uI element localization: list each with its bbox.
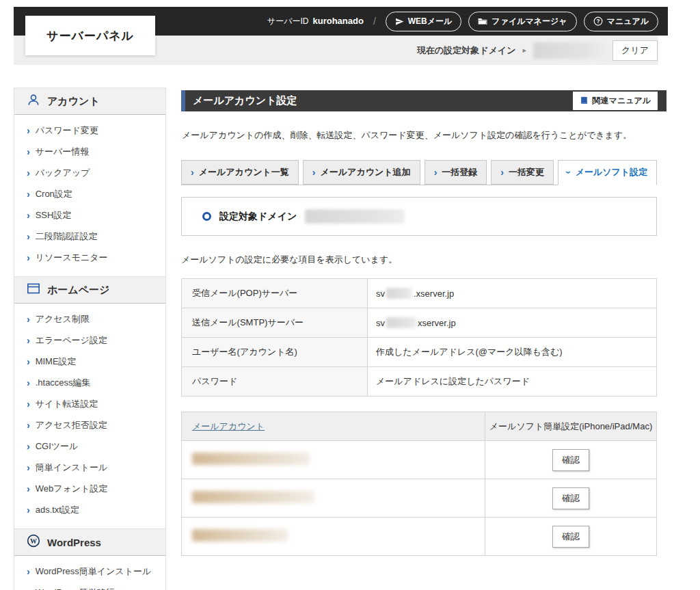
- related-manual-label: 関連マニュアル: [593, 95, 651, 107]
- tab-bar: ›メールアカウント一覧 ›メールアカウント追加 ›一括登録 ›一括変更 ›メール…: [181, 160, 657, 185]
- redacted-target-domain: [305, 209, 405, 224]
- question-icon: ?: [593, 16, 603, 26]
- chevron-right-icon: ›: [27, 505, 30, 515]
- sidebar-item-access-deny[interactable]: ›アクセス拒否設定: [14, 414, 165, 435]
- clear-domain-button[interactable]: クリア: [612, 40, 658, 61]
- table-row: 確認: [182, 441, 657, 479]
- mail-accounts-table: メールアカウント メールソフト簡単設定(iPhone/iPad/Mac) 確認 …: [181, 412, 657, 556]
- redacted-email: [192, 453, 310, 465]
- app-logo[interactable]: サーバーパネル: [25, 16, 155, 55]
- sidebar-item-ssh[interactable]: ›SSH設定: [14, 204, 165, 226]
- mail-account-sort-link[interactable]: メールアカウント: [192, 421, 265, 431]
- sidebar-item-htaccess[interactable]: ›.htaccess編集: [14, 372, 165, 393]
- sidebar-items-homepage: ›アクセス制限 ›エラーページ設定 ›MIME設定 ›.htaccess編集 ›…: [14, 304, 165, 528]
- chevron-right-icon: ›: [27, 189, 30, 199]
- manual-label: マニュアル: [607, 16, 649, 27]
- browser-icon: [27, 282, 40, 297]
- server-id-value: kurohanado: [312, 16, 363, 26]
- redacted-server-id: [386, 317, 416, 328]
- sidebar-item-error-page[interactable]: ›エラーページ設定: [14, 330, 165, 351]
- chevron-right-icon: ›: [27, 567, 30, 576]
- sidebar-item-access-restriction[interactable]: ›アクセス制限: [14, 308, 165, 330]
- webmail-button[interactable]: WEBメール: [386, 12, 462, 31]
- tab-mail-account-list[interactable]: ›メールアカウント一覧: [181, 160, 299, 185]
- chevron-right-icon: ›: [27, 336, 30, 345]
- book-icon: [580, 96, 589, 107]
- webmail-label: WEBメール: [408, 16, 453, 27]
- server-id: サーバーID kurohanado: [267, 16, 364, 27]
- chevron-right-icon: ›: [27, 232, 30, 241]
- sidebar-section-wordpress: W WordPress: [14, 528, 165, 556]
- svg-text:W: W: [30, 537, 37, 545]
- sidebar-item-easy-install[interactable]: ›簡単インストール: [14, 457, 165, 478]
- sidebar-item-ads-txt[interactable]: ›ads.txt設定: [14, 499, 165, 520]
- sidebar-item-resource-monitor[interactable]: ›リソースモニター: [14, 247, 165, 268]
- sidebar-section-homepage: ホームページ: [14, 276, 165, 304]
- mail-settings-table: 受信メール(POP)サーバー sv.xserver.jp 送信メール(SMTP)…: [181, 278, 657, 397]
- section-title: WordPress: [47, 537, 101, 548]
- chevron-right-icon: ›: [27, 420, 30, 430]
- wordpress-icon: W: [27, 534, 40, 550]
- sidebar-item-webfont[interactable]: ›Webフォント設定: [14, 478, 165, 499]
- setting-value: メールアドレスに設定したパスワード: [368, 367, 657, 397]
- manual-button[interactable]: ? マニュアル: [584, 12, 658, 31]
- main-content: メールアカウント設定 関連マニュアル メールアカウントの作成、削除、転送設定、パ…: [181, 90, 667, 556]
- tab-bulk-register[interactable]: ›一括登録: [425, 160, 487, 185]
- chevron-right-icon: ›: [27, 378, 30, 388]
- confirm-button[interactable]: 確認: [552, 526, 589, 548]
- chevron-right-icon: ›: [191, 167, 194, 177]
- redacted-email: [192, 491, 314, 503]
- chevron-right-icon: ›: [434, 167, 438, 177]
- setting-value: svxserver.jp: [368, 308, 657, 338]
- setting-label: 送信メール(SMTP)サーバー: [182, 308, 368, 338]
- chevron-right-icon: ›: [27, 147, 30, 157]
- sidebar-item-password-change[interactable]: ›パスワード変更: [14, 120, 165, 141]
- setting-value: sv.xserver.jp: [368, 279, 657, 308]
- chevron-right-icon: ›: [27, 126, 30, 135]
- sidebar-item-server-info[interactable]: ›サーバー情報: [14, 141, 165, 162]
- sidebar-items-account: ›パスワード変更 ›サーバー情報 ›バックアップ ›Cron設定 ›SSH設定 …: [14, 115, 165, 276]
- easy-setup-cell: 確認: [485, 518, 657, 556]
- table-header-row: メールアカウント メールソフト簡単設定(iPhone/iPad/Mac): [182, 412, 657, 441]
- setting-value: 作成したメールアドレス(@マーク以降も含む): [368, 338, 657, 367]
- arrow-right-icon: ▸: [523, 46, 527, 55]
- table-row: ユーザー名(アカウント名) 作成したメールアドレス(@マーク以降も含む): [182, 338, 657, 367]
- sidebar-item-2fa[interactable]: ›二段階認証設定: [14, 226, 165, 247]
- chevron-right-icon: ›: [27, 442, 30, 451]
- chevron-right-icon: ›: [27, 211, 30, 220]
- tab-bulk-change[interactable]: ›一括変更: [491, 160, 554, 185]
- mail-account-cell: [182, 479, 485, 518]
- sidebar-item-cron[interactable]: ›Cron設定: [14, 183, 165, 204]
- mail-account-cell: [182, 441, 485, 479]
- chevron-right-icon: ›: [27, 357, 30, 366]
- sidebar-item-backup[interactable]: ›バックアップ: [14, 162, 165, 183]
- info-text: メールソフトの設定に必要な項目を表示しています。: [181, 254, 667, 266]
- tab-mail-account-add[interactable]: ›メールアカウント追加: [303, 160, 420, 185]
- chevron-right-icon: ›: [27, 314, 30, 324]
- chevron-right-icon: ›: [27, 168, 30, 178]
- mail-account-column-header: メールアカウント: [182, 412, 485, 441]
- confirm-button[interactable]: 確認: [552, 449, 589, 471]
- sidebar-item-mime[interactable]: ›MIME設定: [14, 351, 165, 372]
- related-manual-button[interactable]: 関連マニュアル: [573, 92, 658, 110]
- redacted-server-id: [386, 288, 412, 299]
- confirm-button[interactable]: 確認: [552, 487, 589, 509]
- section-title: アカウント: [47, 95, 100, 108]
- circle-icon: [202, 212, 211, 221]
- tab-mail-software-settings[interactable]: ›メールソフト設定: [558, 160, 657, 185]
- svg-text:?: ?: [596, 18, 600, 25]
- sidebar-item-site-redirect[interactable]: ›サイト転送設定: [14, 393, 165, 414]
- table-row: 確認: [182, 479, 657, 518]
- chevron-right-icon: ›: [27, 463, 30, 472]
- sidebar-item-wp-easy-install[interactable]: ›WordPress簡単インストール: [14, 561, 165, 582]
- chevron-right-icon: ›: [27, 253, 30, 263]
- setting-label: パスワード: [182, 367, 368, 397]
- file-manager-button[interactable]: ファイルマネージャ: [468, 12, 576, 31]
- redacted-email: [192, 529, 288, 541]
- page-title: メールアカウント設定: [185, 94, 573, 107]
- sidebar-item-cgi-tools[interactable]: ›CGIツール: [14, 435, 165, 457]
- section-title: ホームページ: [47, 284, 109, 297]
- sidebar-item-wp-easy-migration[interactable]: ›WordPress簡単移行: [14, 582, 165, 590]
- target-domain-label: 設定対象ドメイン: [219, 211, 297, 223]
- chevron-right-icon: ›: [27, 588, 30, 590]
